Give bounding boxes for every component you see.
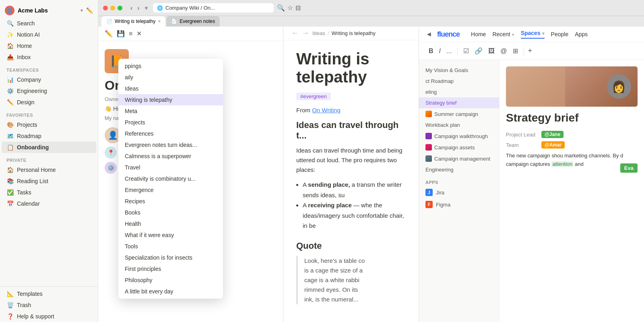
address-bar[interactable]: 🌐 Company Wiki / On... xyxy=(153,3,274,12)
minimize-button[interactable] xyxy=(110,6,115,10)
sidebar-item-templates[interactable]: 📐 Templates xyxy=(2,288,96,299)
spaces-nav-apps[interactable]: Apps xyxy=(575,31,588,37)
sidebar-item-personal-home[interactable]: 🏠 Personal Home xyxy=(2,164,96,175)
spaces-sidebar-assets[interactable]: Campaign assets xyxy=(419,142,499,153)
sidebar-item-trash[interactable]: 🗑️ Trash xyxy=(2,299,96,311)
dropdown-item-specialization[interactable]: Specialization is for insects xyxy=(118,252,223,263)
spaces-sidebar-workback[interactable]: Workback plan xyxy=(419,120,499,130)
sidebar-item-notion-ai[interactable]: ✨ Notion AI xyxy=(2,29,96,40)
sidebar-toggle-button[interactable]: ⊟ xyxy=(295,4,301,12)
dropdown-item-creativity[interactable]: Creativity is combinatory u... xyxy=(118,173,223,184)
close-button[interactable] xyxy=(103,6,108,10)
dropdown-item-ideas[interactable]: Ideas xyxy=(118,83,223,94)
dropdown-item-writing[interactable]: Writing is telepathy xyxy=(118,94,223,105)
sidebar-item-help[interactable]: ❓ Help & support xyxy=(2,311,96,322)
close-button[interactable]: ✕ xyxy=(136,30,142,37)
sidebar-item-design[interactable]: ✏️ Design xyxy=(2,97,96,108)
dropdown-item-references[interactable]: References xyxy=(118,128,223,139)
add-button[interactable]: + xyxy=(528,47,533,55)
dropdown-item-recipes[interactable]: Recipes xyxy=(118,196,223,207)
browser-tab-evergreen[interactable]: 📄 Evergreen notes xyxy=(166,16,220,27)
edit-icon[interactable]: ✏️ xyxy=(86,7,93,14)
sidebar-item-calendar[interactable]: 📅 Calendar xyxy=(2,198,96,209)
link-button[interactable]: 🔗 xyxy=(473,45,484,56)
mention-button[interactable]: @ xyxy=(499,46,508,56)
sidebar-item-label: Onboarding xyxy=(17,144,49,151)
bold-button[interactable]: B xyxy=(427,46,435,56)
sidebar-item-reading-list[interactable]: 📚 Reading List xyxy=(2,175,96,187)
writing-back-button[interactable]: ← xyxy=(291,29,299,37)
breadcrumb-current: Writing is telepathy xyxy=(331,30,376,36)
spaces-nav-people[interactable]: People xyxy=(551,31,569,37)
forward-button[interactable]: › xyxy=(136,4,141,12)
sidebar-item-engineering[interactable]: ⚙️ Engineering xyxy=(2,85,96,97)
italic-button[interactable]: I xyxy=(438,46,442,56)
spaces-sidebar-summer[interactable]: Summer campaign xyxy=(419,108,499,120)
writing-forward-button[interactable]: → xyxy=(302,29,309,37)
table-button[interactable]: ⊞ xyxy=(511,45,520,56)
image-button[interactable]: 🖼 xyxy=(487,46,496,56)
tab-close-button[interactable]: × xyxy=(158,19,161,24)
summer-icon xyxy=(425,111,432,117)
dropdown-item-tools[interactable]: Tools xyxy=(118,241,223,252)
dropdown-item-what-if[interactable]: What if it were easy xyxy=(118,229,223,241)
sidebar-item-projects[interactable]: 🎨 Projects xyxy=(2,119,96,130)
maximize-button[interactable] xyxy=(118,6,122,10)
dropdown-item-calmness[interactable]: Calmness is a superpower xyxy=(118,151,223,162)
dropdown-item-projects[interactable]: Projects xyxy=(118,117,223,128)
edit-button[interactable]: ✏️ xyxy=(105,30,113,37)
spaces-sidebar-strategy[interactable]: Strategy brief xyxy=(419,97,499,108)
save-button[interactable]: 💾 xyxy=(117,30,125,37)
dropdown-item-first-principles[interactable]: First principles xyxy=(118,263,223,275)
tab-favicon: 📄 xyxy=(171,19,177,24)
breadcrumb-parent[interactable]: Ideas xyxy=(312,30,325,36)
browser-tab-writing[interactable]: 📄 Writing is telepathy × xyxy=(101,16,165,27)
bookmark-button[interactable]: ☆ xyxy=(287,4,293,12)
sidebar-item-home[interactable]: 🏠 Home xyxy=(2,40,96,52)
sidebar-item-label: Personal Home xyxy=(17,167,56,173)
spaces-app-jira[interactable]: J Jira xyxy=(419,186,499,198)
sidebar-item-company[interactable]: 📊 Company xyxy=(2,74,96,85)
spaces-toolbar: B I ... ☑ 🔗 🖼 @ ⊞ + xyxy=(419,42,644,60)
sidebar-item-inbox[interactable]: 📥 Inbox xyxy=(2,52,96,63)
sidebar-item-search[interactable]: 🔍 Search xyxy=(2,18,96,29)
spaces-nav-home[interactable]: Home xyxy=(471,31,486,37)
sidebar-item-onboarding[interactable]: 📋 Onboarding xyxy=(2,142,96,153)
spaces-sidebar-walkthrough[interactable]: Campaign walkthrough xyxy=(419,130,499,142)
spaces-app-figma[interactable]: F Figma xyxy=(419,198,499,211)
team-label: Team xyxy=(506,142,538,148)
dropdown-item-little-everyday[interactable]: A little bit every day xyxy=(118,286,223,297)
sidebar-item-tasks[interactable]: ✅ Tasks xyxy=(2,187,96,198)
dropdown-item-mappings[interactable]: ppings xyxy=(118,60,223,72)
figma-icon: F xyxy=(425,201,433,208)
sort-button[interactable]: ≡ xyxy=(129,30,132,37)
spaces-sidebar-engineering[interactable]: Engineering xyxy=(419,164,499,175)
spaces-sidebar-management[interactable]: Campaign management xyxy=(419,153,499,164)
trash-icon: 🗑️ xyxy=(6,301,14,309)
spaces-nav-recent[interactable]: Recent ▾ xyxy=(492,31,514,37)
workspace-selector[interactable]: 🌐 Acme Labs ▾ ✏️ xyxy=(0,3,98,18)
new-tab-button[interactable]: + xyxy=(143,4,150,12)
spaces-sidebar-roadmap[interactable]: ct Roadmap xyxy=(419,76,499,87)
sidebar-bottom: 📐 Templates 🗑️ Trash ❓ Help & support xyxy=(0,286,98,322)
more-button[interactable]: ... xyxy=(445,46,453,56)
dropdown-item-books[interactable]: Books xyxy=(118,207,223,218)
dropdown-item-daily[interactable]: aily xyxy=(118,72,223,83)
search-button[interactable]: 🔍 xyxy=(277,4,285,12)
sidebar-item-roadmap[interactable]: 🗺️ Roadmap xyxy=(2,130,96,142)
dropdown-item-philosophy[interactable]: Philosophy xyxy=(118,275,223,286)
from-link[interactable]: On Writing xyxy=(312,107,341,114)
project-lead-row: Project Lead @Jane xyxy=(506,131,638,138)
back-button[interactable]: ‹ xyxy=(129,4,134,12)
spaces-sidebar-meeting[interactable]: eting xyxy=(419,87,499,97)
check-button[interactable]: ☑ xyxy=(462,45,471,56)
dropdown-item-travel[interactable]: Travel xyxy=(118,162,223,173)
dropdown-item-health[interactable]: Health xyxy=(118,218,223,229)
dropdown-item-evergreen-notes[interactable]: Evergreen notes turn ideas... xyxy=(118,139,223,151)
writing-tag[interactable]: #evergreen xyxy=(296,93,331,100)
spaces-sidebar-vision[interactable]: My Vision & Goals xyxy=(419,65,499,76)
dropdown-item-emergence[interactable]: Emergence xyxy=(118,184,223,196)
home-icon: 🏠 xyxy=(6,42,14,50)
dropdown-item-meta[interactable]: Meta xyxy=(118,105,223,117)
spaces-nav-spaces[interactable]: Spaces ▾ xyxy=(521,30,545,39)
